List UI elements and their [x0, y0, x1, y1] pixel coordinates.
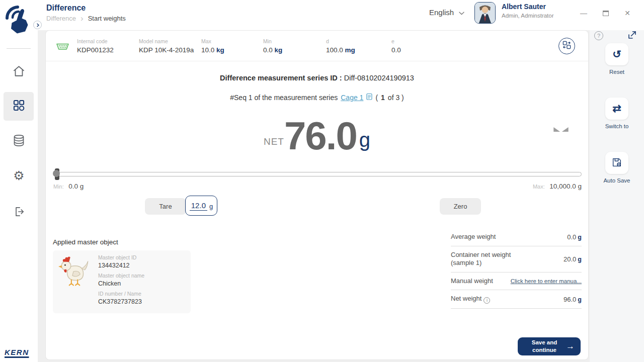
user-name: Albert Sauter	[502, 3, 554, 11]
info-icon[interactable]: i	[484, 297, 490, 304]
tare-button[interactable]: Tare	[145, 198, 186, 215]
series-id-label: Difference measurement series ID :	[220, 74, 342, 82]
master-object-idnumber-label: ID number / Name	[98, 291, 144, 297]
logout-icon	[13, 205, 26, 220]
weight-display: NET 76.0 g	[46, 117, 588, 154]
device-field-min: Min 0.0 kg	[263, 38, 326, 54]
user-info[interactable]: Albert Sauter Admin, Adminstrator	[502, 3, 554, 19]
page-title: Difference	[46, 4, 86, 13]
save-label-line2: continue	[532, 347, 556, 353]
switch-to-icon: ⇄	[612, 103, 621, 115]
sidebar-item-database[interactable]	[0, 134, 38, 149]
master-object-fields: Master object ID 134432412 Master object…	[98, 254, 144, 309]
master-object-name-label: Master object name	[98, 273, 144, 279]
slider-track[interactable]	[53, 172, 582, 176]
master-object-card: Master object ID 134432412 Master object…	[53, 250, 191, 313]
master-object-id-value: 134432412	[98, 262, 144, 269]
user-role: Admin, Adminstrator	[502, 13, 554, 19]
device-field-e: e 0.0	[391, 38, 442, 54]
slider-max: Max: 10,000.0 g	[533, 182, 582, 191]
slider-handle[interactable]	[55, 168, 59, 180]
expand-panel-icon[interactable]	[628, 31, 636, 41]
master-object-idnumber-value: CK3782737823	[98, 298, 144, 305]
weight-unit: g	[359, 129, 370, 151]
weight-value: 76.0	[284, 117, 357, 154]
reset-label: Reset	[590, 69, 644, 75]
switch-to-label: Switch to	[590, 123, 644, 129]
sidebar-item-home[interactable]	[0, 64, 38, 80]
slider-min-value: 0.0 g	[68, 183, 84, 190]
breadcrumb-item-start-weights: Start weights	[88, 15, 126, 22]
left-sidebar: ⚙ KERN	[0, 0, 38, 362]
cage-list-icon[interactable]	[366, 93, 372, 102]
save-and-continue-button[interactable]: Save and continue →	[518, 337, 581, 355]
main-panel: Internal code KDP001232 Model name KDP 1…	[45, 30, 589, 360]
sidebar-divider	[7, 48, 31, 49]
chevron-right-icon: ›	[80, 15, 84, 22]
auto-save-action: Auto Save	[590, 152, 644, 184]
switch-to-button[interactable]: ⇄	[605, 98, 628, 120]
chevron-down-icon	[459, 8, 464, 17]
switch-device-button[interactable]	[558, 38, 575, 54]
sidebar-item-settings[interactable]: ⚙	[0, 169, 38, 182]
device-info-bar: Internal code KDP001232 Model name KDP 1…	[46, 31, 588, 61]
slider-min: Min: 0.0 g	[53, 182, 84, 191]
master-object-id-label: Master object ID	[98, 254, 144, 260]
summary-row-manual-weight: Manual weight Click here to enter manua.…	[451, 273, 582, 290]
breadcrumb-item-difference[interactable]: Difference	[46, 15, 76, 22]
window-close-button[interactable]: ✕	[623, 9, 631, 17]
apps-grid-icon	[12, 99, 26, 114]
zero-button[interactable]: Zero	[440, 198, 481, 215]
tare-value-input[interactable]: 12.0 g	[185, 196, 217, 216]
sequence-total: of 3 )	[388, 94, 404, 102]
language-label: English	[429, 8, 454, 17]
series-id-line: Difference measurement series ID : Diff-…	[46, 74, 588, 82]
sidebar-item-logout[interactable]	[0, 205, 38, 220]
sidebar-expand-button[interactable]	[33, 21, 42, 29]
home-icon	[12, 64, 26, 80]
weight-summary: Average weight 0.0g Container net weight…	[451, 228, 582, 309]
user-avatar[interactable]	[474, 2, 496, 24]
summary-row-net-weight: Net weighti 96.0g	[451, 290, 582, 309]
slider-minmax-row: Min: 0.0 g Max: 10,000.0 g	[53, 182, 582, 191]
cage-link[interactable]: Cage 1	[341, 94, 363, 102]
manual-weight-link[interactable]: Click here to enter manua...	[511, 278, 582, 284]
sequence-prefix: #Seq 1 of the measurement series	[230, 94, 338, 102]
net-label: NET	[264, 136, 284, 147]
tare-zero-row: Tare 12.0 g Zero	[46, 196, 588, 218]
kern-touch-logo-icon	[4, 3, 32, 40]
kern-wordmark: KERN	[5, 348, 29, 356]
reset-button[interactable]: ↺	[605, 43, 628, 65]
window-minimize-button[interactable]: —	[580, 9, 588, 17]
gear-icon: ⚙	[13, 169, 24, 182]
slider-min-label: Min:	[53, 184, 64, 190]
maximize-icon	[603, 11, 609, 16]
sequence-open-paren: (	[375, 94, 378, 102]
sidebar-item-apps-active[interactable]	[4, 92, 34, 121]
connector-port-icon	[56, 42, 69, 53]
stability-indicator-icon	[553, 125, 569, 134]
summary-row-average: Average weight 0.0g	[451, 228, 582, 246]
window-maximize-button[interactable]	[602, 9, 610, 17]
reset-icon: ↺	[612, 48, 621, 60]
reset-action: ↺ Reset	[590, 43, 644, 75]
slider-max-value: 10,000.0 g	[549, 183, 582, 190]
sequence-current: 1	[381, 94, 385, 102]
weight-range-slider	[53, 169, 582, 179]
tare-unit: g	[209, 203, 213, 210]
switch-device-icon	[562, 40, 572, 52]
breadcrumb: Difference › Start weights	[46, 15, 126, 22]
series-id-value: Diff-08102024190913	[344, 74, 414, 82]
switch-to-action: ⇄ Switch to	[590, 98, 644, 129]
help-button[interactable]: ?	[594, 31, 603, 40]
chicken-image	[58, 254, 91, 288]
slider-handle-bump	[53, 170, 60, 177]
save-label-line1: Save and	[532, 339, 557, 345]
auto-save-label: Auto Save	[590, 177, 644, 184]
device-field-internal-code: Internal code KDP001232	[77, 38, 139, 54]
device-field-max: Max 10.0 kg	[201, 38, 263, 54]
auto-save-button[interactable]	[605, 152, 628, 174]
auto-save-icon	[611, 157, 622, 169]
language-dropdown[interactable]: English	[429, 8, 464, 17]
master-object-heading: Applied master object	[53, 238, 118, 246]
